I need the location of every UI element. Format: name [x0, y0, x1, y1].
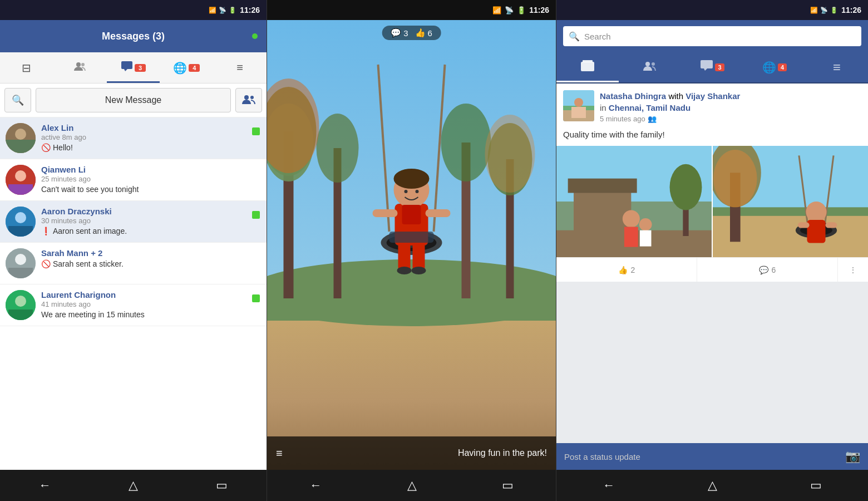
hamburger-icon[interactable]: ≡ — [276, 447, 283, 460]
error-icon-alex: 🚫 — [41, 143, 51, 152]
new-message-button[interactable]: New Message — [36, 88, 231, 112]
like-icon-action: 👍 — [618, 266, 628, 274]
feed-tab-friends[interactable] — [619, 52, 681, 82]
message-info-sarah: Sarah Mann + 2 🚫 Sarah sent a sticker. — [41, 248, 261, 268]
comment-action[interactable]: 💬 6 — [697, 258, 838, 282]
message-item-laurent[interactable]: Laurent Charignon 41 minutes ago We are … — [0, 284, 267, 326]
like-stat: 👍 6 — [415, 28, 432, 38]
svg-point-44 — [394, 169, 430, 189]
search-icon: 🔍 — [12, 94, 24, 106]
svg-point-72 — [639, 218, 652, 231]
svg-point-81 — [713, 150, 757, 207]
svg-point-32 — [441, 104, 491, 181]
wifi-icon: 📶 — [209, 7, 216, 14]
feed-tab-globe[interactable]: 🌐 4 — [743, 52, 806, 82]
svg-point-46 — [416, 190, 419, 193]
recents-button-photo[interactable]: ▭ — [491, 474, 525, 497]
toolbar: 🔍 New Message — [0, 84, 267, 117]
svg-point-15 — [15, 254, 26, 265]
feed-nav-tabs: 3 🌐 4 ≡ — [556, 52, 868, 84]
camera-button[interactable]: 📷 — [845, 449, 860, 464]
svg-point-3 — [244, 95, 249, 100]
bottom-nav-feed: ← △ ▭ — [556, 470, 868, 501]
preview-text-qianwen: Can't wait to see you tonight — [41, 185, 139, 194]
svg-point-34 — [317, 114, 359, 183]
like-action[interactable]: 👍 2 — [556, 258, 697, 282]
avatar-laurent — [6, 290, 36, 320]
svg-rect-10 — [8, 184, 33, 195]
svg-point-18 — [15, 296, 26, 307]
search-button[interactable]: 🔍 — [4, 88, 31, 112]
message-item-qianwen[interactable]: Qianwen Li 25 minutes ago Can't wait to … — [0, 159, 267, 201]
group-button[interactable] — [235, 88, 262, 112]
svg-point-7 — [15, 129, 26, 140]
post-actions: 👍 2 💬 6 ⋮ — [556, 257, 868, 282]
post-image-2[interactable] — [713, 146, 868, 257]
signal-icon-feed: 📡 — [820, 7, 828, 14]
recents-button[interactable]: ▭ — [205, 474, 239, 497]
feed-tab-menu[interactable]: ≡ — [806, 52, 868, 82]
error-icon-sarah: 🚫 — [41, 259, 51, 268]
comment-icon-photo: 💬 — [391, 28, 401, 38]
friends-icon — [74, 61, 86, 74]
svg-point-63 — [574, 98, 583, 107]
tab-messages[interactable]: 3 — [107, 52, 160, 83]
status-bar-feed: 📶 📡 🔋 11:26 — [556, 0, 868, 20]
panel-feed: 📶 📡 🔋 11:26 🔍 Search 3 — [556, 0, 868, 501]
message-item-sarah[interactable]: Sarah Mann + 2 🚫 Sarah sent a sticker. — [0, 243, 267, 284]
svg-point-0 — [76, 62, 81, 67]
message-item-aaron[interactable]: Aaron Draczynski 30 minutes ago ❗ Aaron … — [0, 201, 267, 243]
svg-rect-53 — [402, 205, 421, 224]
message-item-alex[interactable]: Alex Lin active 8m ago 🚫 Hello! — [0, 117, 267, 159]
more-action[interactable]: ⋮ — [838, 258, 868, 282]
messages-badge: 3 — [135, 64, 146, 72]
tab-globe[interactable]: 🌐 4 — [160, 52, 213, 83]
post-header: Natasha Dhingra with Vijay Shankar in Ch… — [556, 84, 868, 127]
home-button-feed[interactable]: △ — [697, 474, 728, 497]
post-with-text: with — [668, 91, 685, 101]
message-name-sarah: Sarah Mann + 2 — [41, 248, 261, 258]
feed-tab-messages[interactable]: 3 — [681, 52, 743, 82]
svg-rect-68 — [574, 190, 631, 236]
comment-count: 3 — [403, 28, 408, 38]
post-avatar — [563, 90, 594, 121]
message-info-alex: Alex Lin active 8m ago 🚫 Hello! — [41, 123, 261, 152]
photo-main: 💬 3 👍 6 ≡ Having fun in the park! — [267, 20, 556, 470]
preview-text-alex: Hello! — [53, 143, 73, 152]
post-images — [556, 146, 868, 257]
battery-icon: 🔋 — [229, 7, 236, 14]
status-time-photo: 11:26 — [529, 6, 549, 14]
recents-button-feed[interactable]: ▭ — [799, 474, 833, 497]
home-button-photo[interactable]: △ — [396, 474, 428, 497]
tab-home[interactable]: ⊟ — [0, 52, 53, 83]
status-time: 11:26 — [240, 6, 260, 14]
svg-rect-13 — [8, 226, 33, 237]
friends-icon-post: 👥 — [648, 115, 657, 123]
post-location: Chennai, Tamil Nadu — [609, 103, 691, 112]
svg-rect-89 — [826, 222, 837, 228]
back-button[interactable]: ← — [28, 474, 62, 497]
bottom-nav-photo: ← △ ▭ — [267, 470, 556, 501]
svg-rect-87 — [807, 220, 825, 243]
message-list: Alex Lin active 8m ago 🚫 Hello! Qianwen … — [0, 117, 267, 470]
svg-point-58 — [652, 62, 655, 66]
park-scene-svg — [267, 20, 556, 470]
svg-rect-56 — [583, 60, 593, 62]
preview-text-aaron: Aaron sent an image. — [53, 227, 127, 235]
search-box[interactable]: 🔍 Search — [563, 26, 861, 46]
messages-icon — [121, 61, 133, 75]
svg-rect-6 — [6, 140, 36, 153]
status-time-feed: 11:26 — [841, 6, 861, 14]
messages-title: Messages (3) — [102, 31, 165, 42]
back-button-photo[interactable]: ← — [299, 474, 333, 497]
tab-menu[interactable]: ≡ — [213, 52, 267, 83]
post-status-placeholder[interactable]: Post a status update — [564, 452, 840, 461]
feed-tab-home[interactable] — [556, 52, 619, 82]
home-button[interactable]: △ — [117, 474, 149, 497]
post-image-1[interactable] — [556, 146, 712, 257]
back-button-feed[interactable]: ← — [591, 474, 626, 497]
tab-friends[interactable] — [53, 52, 107, 83]
svg-point-51 — [397, 267, 412, 274]
svg-rect-54 — [389, 232, 434, 243]
post-meta: Natasha Dhingra with Vijay Shankar in Ch… — [600, 90, 861, 123]
